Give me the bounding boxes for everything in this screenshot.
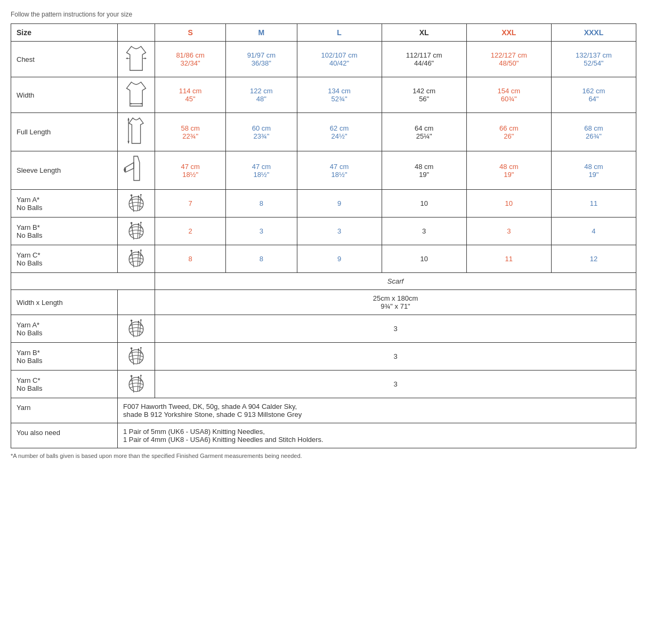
header-icon-placeholder <box>118 24 155 42</box>
yarn-c-row: Yarn C*No Balls 8 8 9 10 11 12 <box>11 245 636 273</box>
full-length-xxl: 66 cm26" <box>466 113 551 151</box>
header-size: Size <box>11 24 118 42</box>
svg-marker-4 <box>126 58 128 60</box>
full-length-label: Full Length <box>11 113 118 151</box>
sleeve-length-xxxl: 48 cm19" <box>551 151 636 190</box>
svg-marker-5 <box>145 58 147 60</box>
yarn-c-xxl: 11 <box>466 245 551 273</box>
yarn-c-xl: 10 <box>382 245 466 273</box>
svg-point-17 <box>131 194 133 196</box>
width-icon <box>118 77 155 113</box>
header-l: L <box>297 24 382 42</box>
yarn-a-xxxl: 11 <box>551 190 636 218</box>
sleeve-length-m: 47 cm18½" <box>226 151 297 190</box>
header-s: S <box>155 24 226 42</box>
sleeve-length-s: 47 cm18½" <box>155 151 226 190</box>
chest-xxl: 122/127 cm48/50" <box>466 42 551 77</box>
scarf-yarn-b-icon <box>118 343 155 371</box>
also-need-value: 1 Pair of 5mm (UK6 - USA8) Knitting Need… <box>118 423 636 448</box>
full-length-xl: 64 cm25¼" <box>382 113 466 151</box>
svg-point-45 <box>131 347 133 349</box>
yarn-info-value: F007 Haworth Tweed, DK, 50g, shade A 904… <box>118 398 636 423</box>
svg-marker-11 <box>127 141 130 143</box>
yarn-b-m: 3 <box>226 218 297 245</box>
svg-marker-10 <box>127 118 130 120</box>
full-length-row: Full Length 58 cm22¾" 60 cm23¾" 62 cm24½… <box>11 113 636 151</box>
sizing-table: Size S M L XL XXL XXXL Chest 81/86 cm32/… <box>11 23 636 448</box>
svg-line-48 <box>138 349 139 364</box>
sleeve-length-xxl: 48 cm19" <box>466 151 551 190</box>
chest-icon <box>118 42 155 77</box>
scarf-yarn-a-value: 3 <box>155 315 636 343</box>
width-m: 122 cm48" <box>226 77 297 113</box>
scarf-width-length-label: Width x Length <box>11 290 118 315</box>
chest-row: Chest 81/86 cm32/34" 91/97 cm36/38" 102/… <box>11 42 636 77</box>
sleeve-length-xl: 48 cm19" <box>382 151 466 190</box>
scarf-yarn-c-icon <box>118 371 155 398</box>
yarn-a-label: Yarn A*No Balls <box>11 190 118 218</box>
scarf-yarn-c-label: Yarn C*No Balls <box>11 371 118 398</box>
yarn-a-row: Yarn A*No Balls 7 8 9 10 10 11 <box>11 190 636 218</box>
full-length-s: 58 cm22¾" <box>155 113 226 151</box>
scarf-yarn-a-icon <box>118 315 155 343</box>
yarn-b-row: Yarn B*No Balls 2 3 3 3 3 4 <box>11 218 636 245</box>
scarf-width-length-row: Width x Length 25cm x 180cm9¾" x 71" <box>11 290 636 315</box>
width-s: 114 cm45" <box>155 77 226 113</box>
full-length-l: 62 cm24½" <box>297 113 382 151</box>
svg-line-20 <box>138 196 139 211</box>
sleeve-length-row: Sleeve Length 47 cm18½" 47 cm18½" 47 cm1… <box>11 151 636 190</box>
svg-line-55 <box>138 377 139 392</box>
svg-point-24 <box>131 222 133 224</box>
intro-text: Follow the pattern instructions for your… <box>11 11 636 18</box>
chest-xl: 112/117 cm44/46" <box>382 42 466 77</box>
also-need-row: You also need 1 Pair of 5mm (UK6 - USA8)… <box>11 423 636 448</box>
scarf-yarn-a-label: Yarn A*No Balls <box>11 315 118 343</box>
header-xxl: XXL <box>466 24 551 42</box>
yarn-info-label: Yarn <box>11 398 118 423</box>
scarf-yarn-b-row: Yarn B*No Balls 3 <box>11 343 636 371</box>
yarn-c-label: Yarn C*No Balls <box>11 245 118 273</box>
yarn-c-icon <box>118 245 155 273</box>
yarn-c-m: 8 <box>226 245 297 273</box>
sleeve-length-label: Sleeve Length <box>11 151 118 190</box>
width-xl: 142 cm56" <box>382 77 466 113</box>
svg-point-38 <box>131 319 133 321</box>
also-need-label: You also need <box>11 423 118 448</box>
full-length-xxxl: 68 cm26¾" <box>551 113 636 151</box>
yarn-b-xxxl: 4 <box>551 218 636 245</box>
sleeve-length-l: 47 cm18½" <box>297 151 382 190</box>
yarn-b-xxl: 3 <box>466 218 551 245</box>
sleeve-length-icon <box>118 151 155 190</box>
full-length-m: 60 cm23¾" <box>226 113 297 151</box>
header-m: M <box>226 24 297 42</box>
yarn-info-row: Yarn F007 Haworth Tweed, DK, 50g, shade … <box>11 398 636 423</box>
yarn-a-l: 9 <box>297 190 382 218</box>
yarn-b-l: 3 <box>297 218 382 245</box>
scarf-header-row: Scarf <box>11 273 636 290</box>
yarn-b-xl: 3 <box>382 218 466 245</box>
yarn-b-label: Yarn B*No Balls <box>11 218 118 245</box>
scarf-yarn-c-row: Yarn C*No Balls 3 <box>11 371 636 398</box>
yarn-a-m: 8 <box>226 190 297 218</box>
svg-point-31 <box>131 249 133 252</box>
svg-point-52 <box>131 375 133 377</box>
chest-s: 81/86 cm32/34" <box>155 42 226 77</box>
chest-l: 102/107 cm40/42" <box>297 42 382 77</box>
width-xxxl: 162 cm64" <box>551 77 636 113</box>
footnote-text: *A number of balls given is based upon m… <box>11 453 636 459</box>
scarf-yarn-a-row: Yarn A*No Balls 3 <box>11 315 636 343</box>
scarf-yarn-b-label: Yarn B*No Balls <box>11 343 118 371</box>
yarn-a-xxl: 10 <box>466 190 551 218</box>
yarn-c-l: 9 <box>297 245 382 273</box>
yarn-b-s: 2 <box>155 218 226 245</box>
yarn-b-icon <box>118 218 155 245</box>
full-length-icon <box>118 113 155 151</box>
svg-line-34 <box>138 252 139 267</box>
chest-xxxl: 132/137 cm52/54" <box>551 42 636 77</box>
yarn-a-xl: 10 <box>382 190 466 218</box>
table-header-row: Size S M L XL XXL XXXL <box>11 24 636 42</box>
width-label: Width <box>11 77 118 113</box>
width-row: Width 114 cm45" 122 cm48" 134 cm52¾" 142… <box>11 77 636 113</box>
yarn-c-s: 8 <box>155 245 226 273</box>
width-l: 134 cm52¾" <box>297 77 382 113</box>
